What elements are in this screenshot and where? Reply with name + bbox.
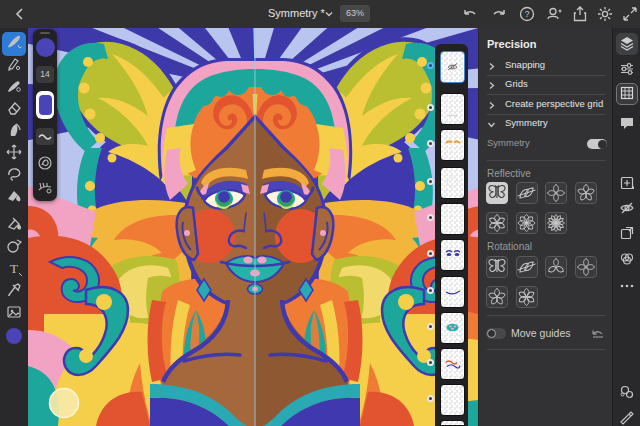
svg-text:?: ? [524,9,529,19]
svg-text:T: T [10,261,18,276]
